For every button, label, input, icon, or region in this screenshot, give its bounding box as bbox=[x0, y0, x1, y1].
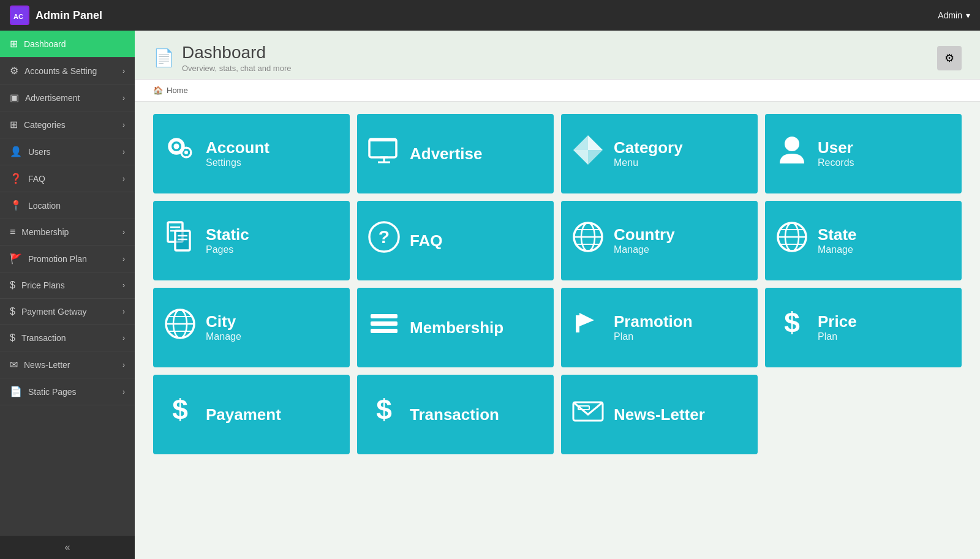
card-text-account-settings: Account Settings bbox=[206, 139, 270, 169]
card-subtitle-user-records: Records bbox=[818, 157, 854, 168]
card-title-account-settings: Account bbox=[206, 139, 270, 157]
user-menu[interactable]: Admin ▾ bbox=[938, 10, 970, 20]
card-icon-manage-city bbox=[163, 307, 197, 348]
card-user-records[interactable]: User Records bbox=[765, 114, 962, 193]
sidebar-label-price: Price Plans bbox=[21, 280, 65, 290]
card-membership-manage[interactable]: Membership bbox=[357, 288, 554, 367]
sidebar-collapse-button[interactable]: « bbox=[0, 536, 135, 559]
card-icon-user-records bbox=[775, 133, 809, 174]
sidebar-arrow-accounts: › bbox=[123, 67, 125, 75]
svg-line-11 bbox=[172, 141, 173, 143]
card-text-static-pages: Static Pages bbox=[206, 226, 249, 256]
sidebar-item-newsletter[interactable]: ✉ News-Letter › bbox=[0, 351, 135, 378]
svg-point-26 bbox=[785, 137, 799, 151]
card-title-faq-manage: FAQ bbox=[410, 232, 442, 250]
card-promotion-plan[interactable]: Pramotion Plan bbox=[561, 288, 758, 367]
sidebar-icon-categories: ⊞ bbox=[10, 119, 18, 130]
card-text-advertise-menu: Advertise bbox=[410, 145, 483, 163]
sidebar-item-dashboard[interactable]: ⊞ Dashboard bbox=[0, 31, 135, 58]
svg-point-6 bbox=[174, 144, 179, 149]
sidebar-item-location[interactable]: 📍 Location bbox=[0, 192, 135, 219]
sidebar-arrow-price: › bbox=[123, 281, 125, 290]
sidebar-item-faq[interactable]: ❓ FAQ › bbox=[0, 165, 135, 192]
svg-rect-50 bbox=[371, 314, 398, 318]
app-title: Admin Panel bbox=[36, 9, 102, 22]
card-faq-manage[interactable]: ? FAQ bbox=[357, 201, 554, 280]
sidebar-item-left-dashboard: ⊞ Dashboard bbox=[10, 38, 66, 50]
sidebar-item-left-users: 👤 Users bbox=[10, 146, 51, 157]
card-icon-category-menu bbox=[571, 133, 605, 174]
sidebar-item-accounts[interactable]: ⚙ Accounts & Setting › bbox=[0, 58, 135, 84]
breadcrumb: 🏠 Home bbox=[135, 80, 980, 102]
card-title-newsletter-manage: News-Letter bbox=[614, 406, 705, 424]
sidebar-icon-transaction: $ bbox=[10, 332, 15, 343]
card-advertise-menu[interactable]: Advertise bbox=[357, 114, 554, 193]
card-static-pages[interactable]: Static Pages bbox=[153, 201, 350, 280]
svg-text:$: $ bbox=[376, 394, 392, 426]
card-text-membership-manage: Membership bbox=[410, 319, 503, 337]
card-text-faq-manage: FAQ bbox=[410, 232, 442, 250]
top-nav-brand: AC Admin Panel bbox=[10, 6, 102, 25]
page-subtitle: Overview, stats, chat and more bbox=[182, 64, 291, 73]
card-newsletter-manage[interactable]: News-Letter bbox=[561, 375, 758, 454]
gear-icon: ⚙ bbox=[944, 51, 954, 65]
sidebar-item-left-transaction: $ Transaction bbox=[10, 332, 66, 343]
sidebar-item-left-advertisement: ▣ Advertisement bbox=[10, 92, 80, 103]
card-price-plan[interactable]: $ Price Plan bbox=[765, 288, 962, 367]
card-subtitle-account-settings: Settings bbox=[206, 157, 270, 168]
card-title-user-records: User bbox=[818, 139, 854, 157]
breadcrumb-home[interactable]: Home bbox=[167, 86, 188, 95]
sidebar-arrow-newsletter: › bbox=[123, 361, 125, 369]
sidebar-item-transaction[interactable]: $ Transaction › bbox=[0, 325, 135, 351]
sidebar-item-left-staticpages: 📄 Static Pages bbox=[10, 386, 77, 397]
sidebar-arrow-users: › bbox=[123, 148, 125, 156]
card-icon-transaction-manage: $ bbox=[367, 394, 401, 435]
svg-text:?: ? bbox=[379, 227, 390, 247]
sidebar-icon-location: 📍 bbox=[10, 200, 22, 211]
card-icon-promotion-plan bbox=[571, 307, 605, 348]
card-title-static-pages: Static bbox=[206, 226, 249, 244]
sidebar-icon-staticpages: 📄 bbox=[10, 386, 22, 397]
svg-line-14 bbox=[172, 150, 173, 151]
card-text-price-plan: Price Plan bbox=[818, 313, 857, 343]
svg-text:$: $ bbox=[172, 394, 188, 426]
card-account-settings[interactable]: Account Settings bbox=[153, 114, 350, 193]
card-icon-advertise-menu bbox=[367, 133, 401, 174]
sidebar-item-promotion[interactable]: 🚩 Promotion Plan › bbox=[0, 246, 135, 272]
sidebar-item-categories[interactable]: ⊞ Categories › bbox=[0, 111, 135, 138]
sidebar-label-membership: Membership bbox=[21, 227, 69, 237]
svg-text:$: $ bbox=[784, 307, 800, 339]
sidebar-item-staticpages[interactable]: 📄 Static Pages › bbox=[0, 378, 135, 405]
card-category-menu[interactable]: Category Menu bbox=[561, 114, 758, 193]
svg-rect-22 bbox=[369, 139, 396, 141]
sidebar-label-advertisement: Advertisement bbox=[25, 93, 80, 103]
card-transaction-manage[interactable]: $ Transaction bbox=[357, 375, 554, 454]
sidebar-label-users: Users bbox=[28, 147, 51, 157]
sidebar-item-advertisement[interactable]: ▣ Advertisement › bbox=[0, 84, 135, 111]
sidebar-item-price[interactable]: $ Price Plans › bbox=[0, 272, 135, 299]
dashboard-page-icon: 📄 bbox=[153, 48, 175, 68]
card-title-advertise-menu: Advertise bbox=[410, 145, 483, 163]
sidebar-item-payment[interactable]: $ Payment Getway › bbox=[0, 299, 135, 325]
card-title-transaction-manage: Transaction bbox=[410, 406, 499, 424]
card-manage-city[interactable]: City Manage bbox=[153, 288, 350, 367]
card-country-manage[interactable]: Country Manage bbox=[561, 201, 758, 280]
card-title-payment-manage: Payament bbox=[206, 406, 281, 424]
sidebar-item-left-categories: ⊞ Categories bbox=[10, 119, 66, 130]
card-payment-manage[interactable]: $ Payament bbox=[153, 375, 350, 454]
sidebar-item-users[interactable]: 👤 Users › bbox=[0, 138, 135, 165]
sidebar-icon-users: 👤 bbox=[10, 146, 22, 157]
card-subtitle-price-plan: Plan bbox=[818, 331, 857, 342]
settings-gear-button[interactable]: ⚙ bbox=[937, 46, 962, 70]
sidebar-icon-promotion: 🚩 bbox=[10, 253, 22, 264]
user-label: Admin bbox=[938, 10, 962, 20]
sidebar-label-newsletter: News-Letter bbox=[24, 360, 70, 370]
card-state-manage[interactable]: State Manage bbox=[765, 201, 962, 280]
sidebar-label-faq: FAQ bbox=[28, 174, 45, 184]
sidebar-icon-payment: $ bbox=[10, 306, 15, 317]
card-icon-country-manage bbox=[571, 220, 605, 261]
card-subtitle-country-manage: Manage bbox=[614, 244, 675, 255]
dashboard-title-block: Dashboard Overview, stats, chat and more bbox=[182, 43, 291, 73]
card-text-category-menu: Category Menu bbox=[614, 139, 683, 169]
sidebar-item-membership[interactable]: ≡ Membership › bbox=[0, 219, 135, 246]
